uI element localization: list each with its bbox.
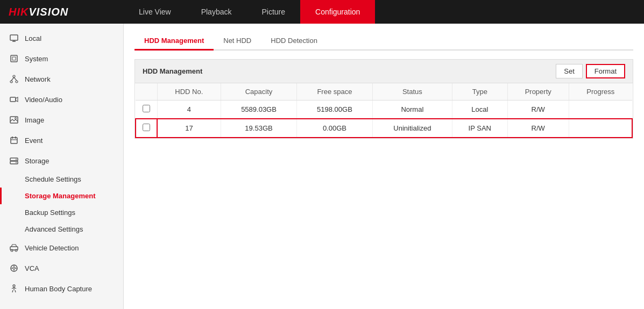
col-progress: Progress (569, 83, 632, 100)
sidebar-sub-advanced-settings[interactable]: Advanced Settings (0, 221, 123, 238)
logo: HIKVISION (0, 6, 124, 18)
row2-progress (569, 119, 632, 138)
svg-point-20 (16, 159, 17, 160)
row2-checkbox-cell (136, 119, 157, 138)
hdd-table: HDD No. Capacity Free space Status Type … (135, 83, 633, 138)
svg-point-26 (13, 267, 15, 269)
nav-live-view[interactable]: Live View (124, 0, 186, 24)
storage-icon (9, 155, 19, 166)
sidebar-sub-storage-management[interactable]: Storage Management (0, 188, 123, 204)
sidebar-item-video-audio-label: Video/Audio (25, 96, 62, 104)
panel-header: HDD Management Set Format (135, 60, 633, 83)
sidebar-item-human-body-capture[interactable]: Human Body Capture (0, 278, 123, 299)
sidebar-sub-backup-settings[interactable]: Backup Settings (0, 204, 123, 221)
vehicle-icon (9, 242, 19, 253)
svg-rect-0 (10, 35, 18, 40)
svg-rect-4 (12, 57, 16, 60)
row2-free-space: 0.00GB (296, 119, 372, 138)
svg-line-9 (14, 77, 17, 81)
table-row: 4 5589.03GB 5198.00GB Normal Local R/W (136, 100, 632, 119)
panel-buttons: Set Format (556, 64, 625, 78)
event-icon (9, 135, 19, 146)
top-nav: HIKVISION Live View Playback Picture Con… (0, 0, 644, 24)
col-capacity: Capacity (221, 83, 297, 100)
format-button[interactable]: Format (586, 64, 625, 78)
sidebar-item-event-label: Event (25, 136, 43, 145)
table-row-selected: 17 19.53GB 0.00GB Uninitialized IP SAN R… (136, 119, 632, 138)
row2-hdd-no: 17 (157, 119, 221, 138)
table-header-row: HDD No. Capacity Free space Status Type … (136, 83, 632, 100)
svg-rect-12 (10, 117, 18, 123)
tab-net-hdd[interactable]: Net HDD (214, 32, 261, 51)
row1-free-space: 5198.00GB (296, 100, 372, 119)
nav-configuration[interactable]: Configuration (300, 0, 375, 24)
sidebar-item-image-label: Image (25, 116, 44, 124)
monitor-icon (9, 33, 19, 44)
row2-property: R/W (507, 119, 569, 138)
sidebar-item-local-label: Local (25, 34, 41, 42)
row2-status: Uninitialized (372, 119, 452, 138)
video-icon (9, 94, 19, 105)
col-status: Status (372, 83, 452, 100)
svg-marker-11 (16, 97, 18, 102)
sidebar-item-vehicle-detection[interactable]: Vehicle Detection (0, 238, 123, 258)
tab-hdd-detection[interactable]: HDD Detection (261, 32, 327, 51)
nav-picture[interactable]: Picture (246, 0, 300, 24)
hdd-management-panel: HDD Management Set Format HDD No. Capaci… (135, 59, 633, 139)
svg-point-31 (13, 285, 15, 287)
sidebar-item-network-label: Network (25, 75, 51, 83)
sidebar: Local System Netw (0, 24, 124, 309)
sidebar-item-system[interactable]: System (0, 48, 123, 69)
col-free-space: Free space (296, 83, 372, 100)
human-icon (9, 283, 19, 294)
main-layout: Local System Netw (0, 24, 644, 309)
col-type: Type (452, 83, 507, 100)
row1-capacity: 5589.03GB (221, 100, 297, 119)
vca-icon (9, 263, 19, 274)
sidebar-item-storage[interactable]: Storage (0, 150, 123, 171)
sidebar-item-vehicle-detection-label: Vehicle Detection (25, 244, 79, 252)
svg-rect-10 (10, 97, 16, 102)
sidebar-item-vca[interactable]: VCA (0, 258, 123, 278)
row2-checkbox[interactable] (143, 124, 150, 131)
sidebar-item-image[interactable]: Image (0, 110, 123, 130)
svg-line-8 (11, 77, 14, 81)
row1-checkbox[interactable] (143, 105, 150, 112)
svg-line-33 (12, 290, 13, 292)
sidebar-item-event[interactable]: Event (0, 130, 123, 150)
col-hdd-no: HDD No. (157, 83, 221, 100)
svg-point-13 (15, 118, 17, 119)
image-icon (9, 114, 19, 125)
svg-rect-3 (11, 55, 17, 62)
set-button[interactable]: Set (556, 64, 583, 78)
row2-capacity: 19.53GB (221, 119, 297, 138)
sidebar-item-network[interactable]: Network (0, 69, 123, 89)
tabs-bar: HDD Management Net HDD HDD Detection (135, 32, 633, 51)
tab-hdd-management[interactable]: HDD Management (135, 32, 214, 51)
sidebar-item-system-label: System (25, 55, 48, 63)
logo-text: HIK (9, 6, 29, 18)
row1-progress (569, 100, 632, 119)
system-icon (9, 53, 19, 64)
logo-text2: VISION (29, 6, 68, 18)
row1-status: Normal (372, 100, 452, 119)
row1-hdd-no: 4 (157, 100, 221, 119)
sidebar-item-human-body-capture-label: Human Body Capture (25, 285, 92, 293)
content-area: HDD Management Net HDD HDD Detection HDD… (124, 24, 644, 309)
nav-items: Live View Playback Picture Configuration (124, 0, 375, 24)
svg-rect-14 (11, 138, 17, 143)
panel-title: HDD Management (143, 67, 202, 75)
row1-property: R/W (507, 100, 569, 119)
sidebar-item-video-audio[interactable]: Video/Audio (0, 89, 123, 110)
svg-point-7 (16, 81, 18, 83)
svg-line-34 (15, 290, 16, 292)
sidebar-item-vca-label: VCA (25, 264, 39, 272)
col-checkbox (136, 83, 157, 100)
svg-point-21 (16, 162, 17, 163)
sidebar-item-local[interactable]: Local (0, 28, 123, 48)
sidebar-sub-schedule-settings[interactable]: Schedule Settings (0, 171, 123, 188)
col-property: Property (507, 83, 569, 100)
network-icon (9, 74, 19, 84)
nav-playback[interactable]: Playback (186, 0, 247, 24)
row2-type: IP SAN (452, 119, 507, 138)
